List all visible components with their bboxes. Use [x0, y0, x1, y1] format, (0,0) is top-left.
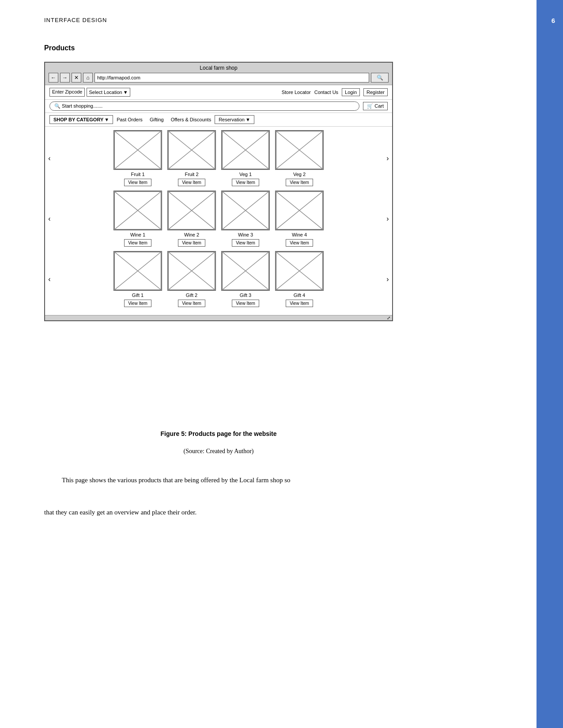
gifting-nav[interactable]: Gifting — [146, 116, 167, 124]
product-card-gift2: Gift 2 View Item — [167, 251, 216, 307]
home-button[interactable]: ⌂ — [83, 73, 93, 83]
close-button[interactable]: ✕ — [72, 73, 81, 83]
browser-mockup: Local farm shop ← → ✕ ⌂ http://farmapod.… — [44, 62, 393, 321]
contact-us-link[interactable]: Contact Us — [314, 90, 338, 95]
product-name-veg1: Veg 1 — [239, 172, 252, 177]
view-item-gift1[interactable]: View Item — [124, 300, 151, 307]
product-image-wine3 — [221, 191, 270, 230]
row1-left-arrow[interactable]: ‹ — [45, 154, 54, 162]
browser-chrome: Local farm shop ← → ✕ ⌂ http://farmapod.… — [45, 63, 392, 85]
product-image-fruit1 — [113, 130, 162, 170]
product-items-row1: Fruit 1 View Item Fruit 2 View Ite — [54, 130, 383, 186]
product-items-row2: Wine 1 View Item Wine 2 View Item — [54, 191, 383, 247]
product-card-wine2: Wine 2 View Item — [167, 191, 216, 247]
page-number: 6 — [552, 17, 555, 24]
product-image-wine4 — [275, 191, 324, 230]
doc-header: INTERFACE DESIGN — [44, 17, 107, 23]
view-item-veg1[interactable]: View Item — [232, 179, 259, 186]
store-locator-link[interactable]: Store Locator — [282, 90, 311, 95]
address-bar[interactable]: http://farmapod.com — [94, 73, 369, 83]
reservation-label: Reservation — [219, 117, 245, 122]
product-row-2: ‹ Wine 1 View Item — [45, 191, 392, 247]
row3-right-arrow[interactable]: › — [383, 275, 392, 283]
view-item-fruit2[interactable]: View Item — [178, 179, 205, 186]
row3-left-arrow[interactable]: ‹ — [45, 275, 54, 283]
product-name-wine3: Wine 3 — [238, 232, 253, 237]
dropdown-arrow-icon: ▼ — [123, 90, 128, 95]
search-bar-row: 🔍 Start shopping....... 🛒 Cart — [45, 100, 392, 113]
product-name-wine1: Wine 1 — [130, 232, 145, 237]
product-name-wine2: Wine 2 — [184, 232, 199, 237]
view-item-veg2[interactable]: View Item — [286, 179, 313, 186]
row1-right-arrow[interactable]: › — [383, 154, 392, 162]
product-image-wine2 — [167, 191, 216, 230]
zipcode-placeholder: Enter Zipcode — [52, 89, 82, 94]
login-button[interactable]: Login — [342, 88, 360, 96]
search-placeholder: 🔍 Start shopping....... — [54, 103, 102, 109]
register-button[interactable]: Register — [363, 88, 388, 96]
shop-cat-arrow: ▼ — [104, 117, 109, 122]
section-heading: Products — [44, 44, 75, 52]
reservation-arrow: ▼ — [246, 117, 250, 122]
product-card-wine4: Wine 4 View Item — [275, 191, 324, 247]
offers-discounts-nav[interactable]: Offers & Discounts — [167, 116, 215, 124]
browser-nav-row: ← → ✕ ⌂ http://farmapod.com 🔍 — [49, 73, 389, 83]
reservation-nav[interactable]: Reservation ▼ — [215, 115, 254, 124]
view-item-gift2[interactable]: View Item — [178, 300, 205, 307]
view-item-wine1[interactable]: View Item — [124, 239, 151, 247]
back-button[interactable]: ← — [49, 73, 58, 83]
url-text: http://farmapod.com — [97, 75, 140, 80]
product-image-wine1 — [113, 191, 162, 230]
browser-bottom: ⤢ — [45, 315, 392, 320]
product-row-1: ‹ Fruit 1 View Item — [45, 130, 392, 186]
product-image-gift2 — [167, 251, 216, 291]
product-card-gift1: Gift 1 View Item — [113, 251, 162, 307]
utility-bar: Enter Zipcode Select Location ▼ Store Lo… — [45, 85, 392, 100]
product-card-fruit2: Fruit 2 View Item — [167, 130, 216, 186]
product-name-wine4: Wine 4 — [292, 232, 307, 237]
forward-button[interactable]: → — [60, 73, 70, 83]
view-item-fruit1[interactable]: View Item — [124, 179, 151, 186]
row2-right-arrow[interactable]: › — [383, 215, 392, 223]
figure-caption: Figure 5: Products page for the website — [44, 430, 393, 437]
row2-left-arrow[interactable]: ‹ — [45, 215, 54, 223]
shop-cat-label: SHOP BY CATEGORY — [53, 117, 103, 122]
view-item-wine3[interactable]: View Item — [232, 239, 259, 247]
product-area: ‹ Fruit 1 View Item — [45, 127, 392, 315]
product-name-veg2: Veg 2 — [293, 172, 306, 177]
product-image-gift4 — [275, 251, 324, 291]
product-card-fruit1: Fruit 1 View Item — [113, 130, 162, 186]
product-image-gift3 — [221, 251, 270, 291]
zipcode-input[interactable]: Enter Zipcode — [49, 88, 85, 97]
view-item-gift3[interactable]: View Item — [232, 300, 259, 307]
header-bar — [537, 0, 563, 728]
product-name-gift1: Gift 1 — [132, 293, 144, 298]
product-items-row3: Gift 1 View Item Gift 2 View Item — [54, 251, 383, 307]
select-location-label: Select Location — [89, 90, 122, 95]
utility-left: Enter Zipcode Select Location ▼ — [49, 88, 130, 97]
product-card-wine3: Wine 3 View Item — [221, 191, 270, 247]
product-name-fruit1: Fruit 1 — [131, 172, 144, 177]
search-bar[interactable]: 🔍 Start shopping....... — [49, 101, 359, 111]
product-row-3: ‹ Gift 1 View Item — [45, 251, 392, 307]
shop-by-category-nav[interactable]: SHOP BY CATEGORY ▼ — [49, 115, 113, 124]
select-location-dropdown[interactable]: Select Location ▼ — [87, 88, 130, 97]
product-image-veg2 — [275, 130, 324, 170]
site-content: Enter Zipcode Select Location ▼ Store Lo… — [45, 85, 392, 315]
view-item-wine2[interactable]: View Item — [178, 239, 205, 247]
product-name-gift2: Gift 2 — [186, 293, 197, 298]
past-orders-nav[interactable]: Past Orders — [113, 116, 146, 124]
view-item-wine4[interactable]: View Item — [286, 239, 313, 247]
utility-right: Store Locator Contact Us Login Register — [282, 88, 388, 96]
cart-button[interactable]: 🛒 Cart — [363, 102, 388, 110]
body-text-paragraph2: that they can easily get an overview and… — [44, 507, 508, 518]
product-name-fruit2: Fruit 2 — [185, 172, 198, 177]
product-image-veg1 — [221, 130, 270, 170]
browser-title: Local farm shop — [49, 65, 389, 71]
product-name-gift3: Gift 3 — [240, 293, 251, 298]
figure-caption-text: Figure 5: Products page for the website — [161, 430, 277, 437]
view-item-gift4[interactable]: View Item — [286, 300, 313, 307]
product-card-veg1: Veg 1 View Item — [221, 130, 270, 186]
resize-icon: ⤢ — [387, 315, 390, 320]
browser-search-button[interactable]: 🔍 — [371, 73, 389, 83]
